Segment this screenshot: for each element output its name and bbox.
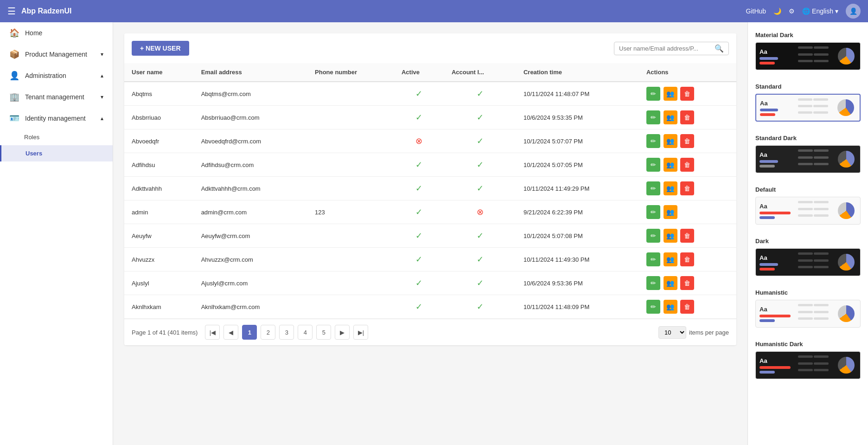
theme-label-material-dark: Material Dark — [755, 32, 861, 39]
first-page-button[interactable]: |◀ — [205, 325, 220, 340]
cell-email: Absbrriuao@crm.com — [194, 106, 307, 129]
permissions-button[interactable]: 👥 — [664, 300, 677, 314]
permissions-button[interactable]: 👥 — [664, 158, 677, 172]
github-link[interactable]: GitHub — [746, 7, 766, 15]
cell-account: ⊗ — [444, 200, 516, 224]
theme-card-humanistic[interactable]: Aa — [755, 300, 861, 328]
permissions-button[interactable]: 👥 — [664, 276, 677, 290]
sidebar-sub-item-users[interactable]: Users — [0, 145, 113, 161]
cell-active: ✓ — [394, 153, 444, 177]
sidebar-sub-item-roles[interactable]: Roles — [0, 129, 113, 145]
chevron-up-icon: ▴ — [101, 72, 103, 79]
permissions-button[interactable]: 👥 — [664, 110, 677, 124]
edit-button[interactable]: ✏ — [646, 252, 660, 266]
edit-button[interactable]: ✏ — [646, 158, 660, 172]
delete-button[interactable]: 🗑 — [680, 134, 694, 148]
theme-section-default: Default Aa — [748, 182, 868, 234]
delete-button[interactable]: 🗑 — [680, 276, 694, 290]
cell-created: 10/11/2024 11:49:30 PM — [516, 248, 639, 271]
delete-button[interactable]: 🗑 — [680, 300, 694, 314]
cell-created: 10/11/2024 11:48:07 PM — [516, 82, 639, 106]
delete-button[interactable]: 🗑 — [680, 87, 694, 101]
cell-actions: ✏ 👥 🗑 — [639, 106, 736, 129]
active-cross-icon: ⊗ — [415, 136, 422, 146]
next-page-button[interactable]: ▶ — [335, 325, 350, 340]
permissions-button[interactable]: 👥 — [664, 134, 677, 148]
cell-phone — [307, 248, 394, 271]
cell-active: ⊗ — [394, 129, 444, 153]
theme-card-humanistic-dark[interactable]: Aa — [755, 351, 861, 379]
cell-account: ✓ — [444, 224, 516, 248]
users-table: User name Email address Phone number Act… — [124, 63, 736, 319]
cell-username: Aknlhxkam — [124, 295, 194, 319]
cell-active: ✓ — [394, 224, 444, 248]
edit-button[interactable]: ✏ — [646, 134, 660, 148]
cell-active: ✓ — [394, 106, 444, 129]
theme-card-default[interactable]: Aa — [755, 197, 861, 225]
delete-button[interactable]: 🗑 — [680, 229, 694, 243]
cell-actions: ✏ 👥 🗑 — [639, 271, 736, 295]
users-label: Users — [26, 150, 42, 157]
theme-card-material-dark[interactable]: Aa — [755, 42, 861, 70]
theme-card-standard[interactable]: Aa — [755, 94, 861, 122]
dark-mode-icon[interactable]: 🌙 — [773, 7, 781, 15]
cell-email: Abvoedqfrd@crm.com — [194, 129, 307, 153]
col-email: Email address — [194, 63, 307, 82]
search-input[interactable] — [619, 45, 712, 52]
language-label: English — [812, 7, 833, 15]
items-per-page-select[interactable]: 5 10 20 50 100 — [658, 326, 686, 339]
cell-created: 10/11/2024 11:48:09 PM — [516, 295, 639, 319]
tenant-icon: 🏢 — [9, 92, 19, 102]
theme-label-standard: Standard — [755, 83, 861, 90]
page-5-button[interactable]: 5 — [316, 325, 331, 340]
last-page-button[interactable]: ▶| — [353, 325, 368, 340]
cell-phone — [307, 106, 394, 129]
page-2-button[interactable]: 2 — [261, 325, 275, 340]
prev-page-button[interactable]: ◀ — [223, 325, 238, 340]
edit-button[interactable]: ✏ — [646, 276, 660, 290]
delete-button[interactable]: 🗑 — [680, 158, 694, 172]
account-check-icon: ✓ — [477, 302, 484, 311]
cell-email: Abqtms@crm.com — [194, 82, 307, 106]
language-selector[interactable]: 🌐 English ▾ — [802, 7, 838, 15]
sidebar-item-identity-management[interactable]: 🪪 Identity management ▴ — [0, 108, 113, 129]
edit-button[interactable]: ✏ — [646, 205, 660, 219]
chevron-down-icon: ▾ — [101, 94, 103, 100]
theme-card-dark[interactable]: Aa — [755, 248, 861, 276]
page-1-button[interactable]: 1 — [242, 325, 257, 340]
edit-button[interactable]: ✏ — [646, 229, 660, 243]
hamburger-icon[interactable]: ☰ — [7, 6, 16, 17]
permissions-button[interactable]: 👥 — [664, 205, 677, 219]
content-area: + NEW USER 🔍 User name Email address Pho… — [113, 22, 747, 445]
edit-button[interactable]: ✏ — [646, 87, 660, 101]
sidebar-item-home[interactable]: 🏠 Home — [0, 22, 113, 44]
col-account: Account I... — [444, 63, 516, 82]
new-user-button[interactable]: + NEW USER — [132, 41, 189, 56]
permissions-button[interactable]: 👥 — [664, 252, 677, 266]
page-4-button[interactable]: 4 — [298, 325, 313, 340]
theme-card-standard-dark[interactable]: Aa — [755, 145, 861, 173]
sidebar-item-tenant-management[interactable]: 🏢 Tenant management ▾ — [0, 86, 113, 108]
delete-button[interactable]: 🗑 — [680, 252, 694, 266]
delete-button[interactable]: 🗑 — [680, 181, 694, 195]
cell-actions: ✏ 👥 🗑 — [639, 153, 736, 177]
settings-icon[interactable]: ⚙ — [789, 7, 795, 15]
permissions-button[interactable]: 👥 — [664, 87, 677, 101]
page-3-button[interactable]: 3 — [279, 325, 294, 340]
theme-label-standard-dark: Standard Dark — [755, 135, 861, 142]
delete-button[interactable]: 🗑 — [680, 110, 694, 124]
sidebar-item-product-management[interactable]: 📦 Product Management ▾ — [0, 44, 113, 65]
permissions-button[interactable]: 👥 — [664, 181, 677, 195]
cell-email: Adkttvahhh@crm.com — [194, 177, 307, 200]
account-check-icon: ✓ — [477, 255, 484, 264]
roles-label: Roles — [24, 134, 39, 141]
edit-button[interactable]: ✏ — [646, 300, 660, 314]
avatar[interactable]: 👤 — [846, 4, 861, 19]
cell-active: ✓ — [394, 248, 444, 271]
edit-button[interactable]: ✏ — [646, 181, 660, 195]
sidebar-item-administration[interactable]: 👤 Administration ▴ — [0, 65, 113, 86]
active-check-icon: ✓ — [415, 255, 422, 264]
edit-button[interactable]: ✏ — [646, 110, 660, 124]
cell-actions: ✏ 👥 🗑 — [639, 82, 736, 106]
permissions-button[interactable]: 👥 — [664, 229, 677, 243]
